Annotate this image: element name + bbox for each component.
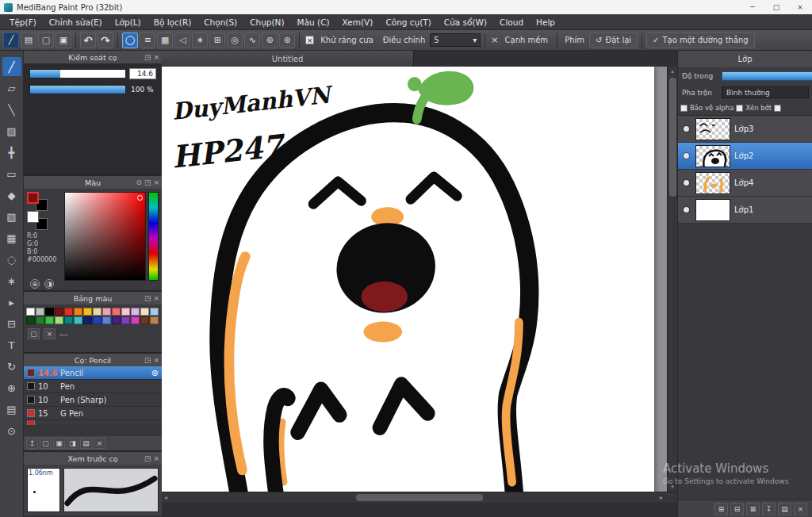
brush-item[interactable]: 15 G Pen: [24, 407, 162, 420]
snap-grid-button[interactable]: ⊞: [209, 33, 225, 48]
antialias-checkbox[interactable]: ×: [305, 36, 314, 44]
palette-swatch[interactable]: [83, 308, 92, 316]
palette-swatch[interactable]: [64, 308, 73, 316]
layer-opacity-slider[interactable]: [722, 71, 812, 81]
palette-swatch[interactable]: [83, 316, 92, 324]
scroll-up-icon[interactable]: ▴: [668, 68, 677, 75]
palette-swatch[interactable]: [131, 316, 140, 324]
perspective-button[interactable]: ◁: [174, 33, 190, 48]
scroll-down-icon[interactable]: ▾: [668, 484, 677, 490]
palette-swatch[interactable]: [131, 308, 140, 316]
brush-settings-icon[interactable]: ⊛: [151, 368, 159, 378]
duplicate-layer-icon[interactable]: ⊟: [730, 503, 744, 515]
layer-row[interactable]: Lớp4: [678, 170, 812, 197]
blend-mode-select[interactable]: Bình thường: [722, 86, 809, 98]
new-layer-icon[interactable]: ⊞: [714, 503, 728, 515]
move-tool[interactable]: ╋: [2, 143, 21, 162]
grid-button[interactable]: ▦: [157, 33, 173, 48]
current-color-swatch[interactable]: [27, 192, 48, 211]
brush-size-value[interactable]: 14.6: [129, 68, 156, 79]
comment-button[interactable]: ▢: [38, 33, 54, 48]
popout-icon[interactable]: ◳: [144, 356, 151, 364]
move-layer-down-icon[interactable]: ↧: [762, 503, 776, 515]
brush-size-slider[interactable]: [29, 69, 126, 79]
palette-swatch[interactable]: [36, 316, 44, 324]
popout-icon[interactable]: ◳: [144, 178, 151, 186]
new-swatch-icon[interactable]: ▢: [28, 328, 40, 339]
palette-swatch[interactable]: [121, 316, 130, 324]
brush-folder-icon[interactable]: ▤: [80, 438, 92, 449]
brush-item[interactable]: 10 Pen (Sharp): [24, 393, 162, 407]
palette-swatch[interactable]: [93, 316, 102, 324]
comment-alt-button[interactable]: ▣: [56, 33, 71, 48]
palette-swatch[interactable]: [150, 316, 159, 324]
redo-button[interactable]: ↷: [98, 33, 113, 48]
menu-item[interactable]: Xem(V): [336, 16, 380, 29]
select-rect-tool[interactable]: ▦: [2, 228, 21, 247]
vertical-scrollbar[interactable]: ▴ ▾: [667, 67, 677, 492]
delete-brush-icon[interactable]: ×: [94, 438, 105, 449]
fill-rect-tool[interactable]: ▭: [2, 164, 21, 183]
layer-row[interactable]: Lớp3: [678, 116, 812, 143]
eraser-tool[interactable]: ▱: [2, 79, 21, 98]
duplicate-brush-icon[interactable]: ◨: [67, 438, 79, 449]
magic-wand-tool[interactable]: ∗: [2, 271, 21, 290]
scroll-right-icon[interactable]: ▸: [660, 494, 663, 501]
menu-item[interactable]: Chọn(S): [197, 16, 243, 29]
current-tool-button[interactable]: ╱: [3, 33, 19, 48]
brush-opacity-slider[interactable]: [29, 85, 126, 94]
palette-add-icon[interactable]: ◑: [44, 279, 54, 289]
popout-icon[interactable]: ◳: [144, 454, 151, 462]
reset-button[interactable]: ↺ Đặt lại: [589, 33, 638, 48]
document-tab[interactable]: Untitled: [162, 51, 414, 67]
hue-slider[interactable]: [148, 192, 159, 281]
saturation-value-picker[interactable]: [64, 192, 146, 281]
lasso-tool[interactable]: ◌: [2, 250, 21, 269]
menu-item[interactable]: Cửa sổ(W): [438, 16, 493, 29]
gradient-tool[interactable]: ▧: [2, 207, 21, 226]
palette-swatch[interactable]: [102, 316, 111, 324]
canvas[interactable]: DuyManhVN HP247: [162, 67, 654, 492]
palette-swatch[interactable]: [55, 316, 63, 324]
ellipse-option-button[interactable]: ◯: [122, 33, 138, 48]
palette-swatch[interactable]: [150, 308, 159, 316]
palette-swatch[interactable]: [36, 308, 44, 316]
close-icon[interactable]: ×: [153, 454, 159, 462]
fg-bg-swatch[interactable]: [27, 211, 48, 230]
close-icon[interactable]: ×: [153, 294, 159, 302]
menu-item[interactable]: Màu (C): [291, 16, 336, 29]
edit-brush-icon[interactable]: ▣: [53, 438, 65, 449]
snap-circle-button[interactable]: ◎: [227, 33, 243, 48]
delete-layer-icon[interactable]: ×: [794, 503, 807, 515]
maximize-button[interactable]: □: [764, 0, 788, 14]
menu-item[interactable]: Công cụ(T): [379, 16, 437, 29]
palette-swatch[interactable]: [45, 316, 54, 324]
menu-item[interactable]: Chỉnh sửa(E): [43, 16, 109, 29]
close-icon[interactable]: ×: [153, 178, 159, 186]
menu-item[interactable]: Help: [530, 16, 561, 29]
brush-tool[interactable]: ╱: [2, 57, 21, 76]
snap-curve-button[interactable]: ∿: [244, 33, 260, 48]
horizontal-scroll-thumb[interactable]: [356, 494, 483, 501]
menu-item[interactable]: Lớp(L): [109, 16, 147, 29]
menu-item[interactable]: Bộ lọc(R): [147, 16, 198, 29]
scroll-left-icon[interactable]: ◂: [164, 494, 167, 501]
merge-layer-icon[interactable]: ⊠: [746, 503, 760, 515]
layer-folder-icon[interactable]: ▤: [778, 503, 791, 515]
visibility-toggle[interactable]: [678, 153, 694, 159]
palette-swatch[interactable]: [74, 316, 82, 324]
layer-row[interactable]: Lớp2: [678, 143, 812, 170]
layer-row[interactable]: Lớp1: [678, 197, 812, 224]
snap-settings-button[interactable]: ⊛: [262, 33, 278, 48]
horizontal-scrollbar[interactable]: ◂ ▸: [162, 492, 677, 503]
palette-swatch[interactable]: [93, 308, 102, 316]
select-pen-tool[interactable]: ▸: [2, 293, 21, 312]
eyedropper-tool[interactable]: ⊕: [2, 378, 21, 397]
palette-swatch[interactable]: [45, 308, 54, 316]
adjust-select[interactable]: 5 ▾: [430, 33, 481, 47]
upload-brush-icon[interactable]: ↥: [26, 438, 38, 449]
eyedropper-mini-icon[interactable]: ⊙: [136, 178, 142, 186]
airbrush-tool[interactable]: ▨: [2, 121, 21, 140]
delete-swatch-icon[interactable]: ×: [44, 328, 56, 339]
popout-icon[interactable]: ◳: [144, 294, 151, 302]
